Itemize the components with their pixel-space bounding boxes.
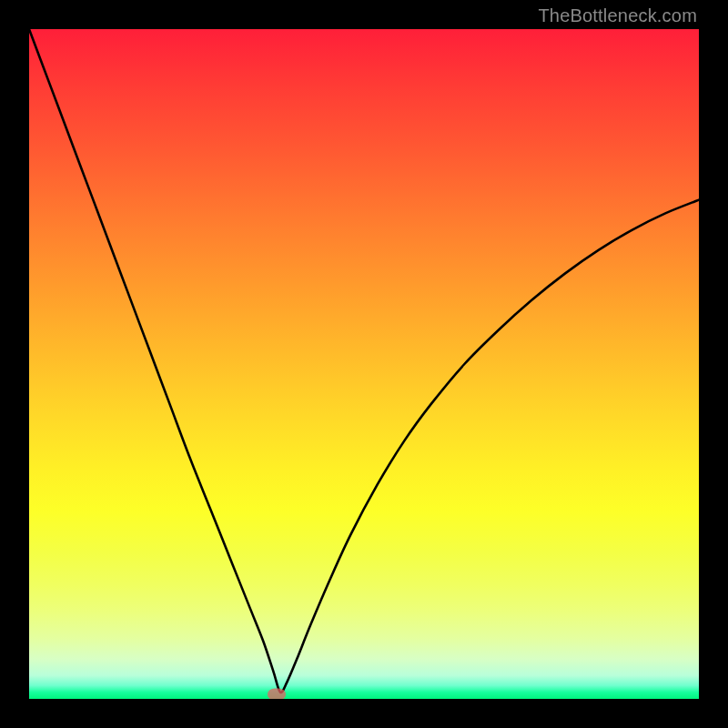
- chart-frame: TheBottleneck.com: [0, 0, 728, 728]
- min-marker: [268, 689, 286, 700]
- curve-svg: [29, 29, 699, 699]
- bottleneck-curve: [29, 29, 699, 693]
- watermark-text: TheBottleneck.com: [538, 5, 697, 26]
- plot-area: [29, 29, 699, 699]
